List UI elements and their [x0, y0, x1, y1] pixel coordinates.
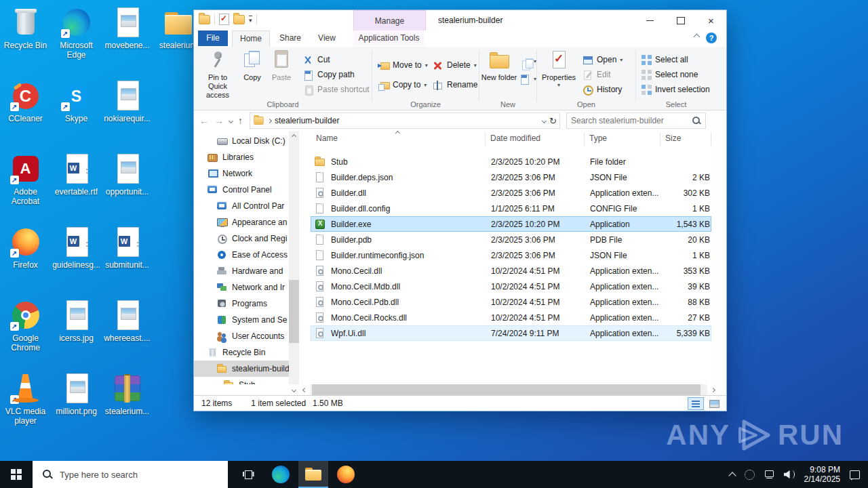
select-none-button[interactable]: Select none [642, 68, 698, 81]
file-row[interactable]: Mono.Cecil.Pdb.dll 10/2/2024 4:51 PM App… [311, 294, 711, 310]
file-row[interactable]: Builder.dll.config 1/1/2025 6:11 PM CONF… [311, 201, 711, 216]
tab-share[interactable]: Share [273, 30, 308, 46]
paste-shortcut-button[interactable]: Paste shortcut [302, 83, 370, 96]
minimize-button[interactable] [635, 10, 665, 30]
history-button[interactable]: History [582, 83, 622, 96]
scrollbar-thumb[interactable] [312, 384, 701, 395]
nav-item[interactable]: Local Disk (C:) [194, 133, 289, 149]
horizontal-scrollbar[interactable] [194, 384, 726, 395]
new-item-button[interactable]: ▾ [519, 55, 536, 67]
taskbar-clock[interactable]: 9:08 PM 2/14/2025 [804, 465, 840, 484]
column-header-size[interactable]: Size [665, 134, 681, 143]
tray-recording-icon[interactable] [745, 470, 755, 480]
move-to-button[interactable]: Move to▾ [378, 59, 428, 71]
cut-button[interactable]: Cut [302, 54, 330, 66]
action-center-icon[interactable] [850, 470, 860, 479]
tab-application-tools[interactable]: Application Tools [353, 30, 425, 46]
qat-folder-icon[interactable] [199, 15, 210, 24]
desktop-icon[interactable]: ↗ stealerium... [102, 370, 153, 443]
nav-item[interactable]: Programs [194, 296, 289, 312]
maximize-button[interactable] [665, 10, 696, 30]
desktop-icon[interactable]: ↗ Adobe Acrobat [0, 150, 51, 224]
copy-to-button[interactable]: Copy to▾ [378, 79, 427, 91]
start-button[interactable] [0, 461, 33, 488]
file-row[interactable]: Builder.pdb 2/3/2025 3:06 PM PDB File 20… [311, 232, 711, 247]
collapse-ribbon-icon[interactable] [694, 34, 701, 41]
taskbar-search[interactable]: Type here to search [33, 461, 228, 488]
copy-path-button[interactable]: Copy path [302, 68, 355, 81]
tab-home[interactable]: Home [232, 30, 270, 47]
taskbar-explorer-button[interactable] [298, 461, 328, 488]
search-box[interactable]: Search stealerium-builder [566, 113, 706, 129]
network-icon[interactable] [764, 470, 774, 479]
invert-selection-button[interactable]: Invert selection [642, 83, 710, 96]
column-header-type[interactable]: Type [589, 134, 607, 143]
file-row[interactable]: Wpf.Ui.dll 7/24/2024 9:11 PM Application… [311, 325, 711, 341]
desktop-icon[interactable]: ↗ evertable.rtf [51, 150, 102, 224]
desktop-icon[interactable]: ↗ opportunit... [102, 150, 153, 224]
delete-button[interactable]: Delete▾ [432, 59, 477, 71]
nav-item[interactable]: Appearance an [194, 214, 289, 230]
nav-item[interactable]: Network and Ir [194, 279, 289, 296]
open-button[interactable]: Open▾ [582, 54, 623, 66]
close-button[interactable]: × [696, 10, 726, 30]
paste-button[interactable]: Paste [267, 49, 296, 99]
nav-item[interactable]: Network [194, 165, 289, 182]
file-row[interactable]: Stub 2/3/2025 10:20 PM File folder [311, 154, 711, 169]
nav-scroll-down-icon[interactable] [288, 384, 299, 395]
copy-button[interactable]: Copy [239, 49, 266, 99]
desktop-icon[interactable]: ↗ submitunit... [102, 224, 153, 297]
desktop-icon[interactable]: ↗ Recycle Bin [0, 4, 51, 77]
file-row[interactable]: Builder.runtimeconfig.json 2/3/2025 3:06… [311, 247, 711, 263]
rename-button[interactable]: Rename [432, 79, 477, 91]
scroll-left-icon[interactable] [299, 384, 310, 395]
details-view-button[interactable] [688, 397, 704, 410]
qat-customize-caret[interactable]: ▾ [249, 16, 252, 24]
thumbnail-view-button[interactable] [706, 397, 722, 410]
properties-button[interactable]: Properties▾ [540, 49, 578, 99]
taskbar-edge-button[interactable] [266, 461, 296, 488]
help-icon[interactable]: ? [706, 33, 717, 43]
task-view-button[interactable] [233, 461, 263, 488]
desktop-icon[interactable]: ↗ guidelinesg... [51, 224, 102, 297]
desktop-icon[interactable]: ↗ Microsoft Edge [51, 4, 102, 77]
title-bar[interactable]: ▾ Manage stealerium-builder × [194, 10, 726, 30]
desktop-icon[interactable]: ↗ VLC media player [0, 370, 51, 443]
desktop-icon[interactable]: ↗ Skype [51, 77, 102, 150]
desktop-icon[interactable]: ↗ Google Chrome [0, 297, 51, 370]
select-all-button[interactable]: Select all [642, 54, 688, 66]
refresh-icon[interactable]: ↻ [549, 116, 557, 126]
nav-item[interactable]: Stub [194, 377, 289, 384]
pin-to-quick-access-button[interactable]: Pin to Quick access [198, 49, 237, 99]
scrollbar-track[interactable] [310, 384, 707, 395]
column-header-date[interactable]: Date modified [490, 134, 540, 143]
nav-item[interactable]: Hardware and [194, 263, 289, 279]
nav-item[interactable]: Ease of Access [194, 247, 289, 263]
file-row[interactable]: Mono.Cecil.Rocks.dll 10/2/2024 4:51 PM A… [311, 310, 711, 325]
file-row[interactable]: Mono.Cecil.dll 10/2/2024 4:51 PM Applica… [311, 263, 711, 279]
new-folder-button[interactable]: New folder [481, 49, 517, 99]
desktop-icon[interactable]: ↗ icerss.jpg [51, 297, 102, 370]
hidden-icons-chevron[interactable] [728, 472, 736, 479]
desktop-icon[interactable]: ↗ milliont.png [51, 370, 102, 443]
nav-item[interactable]: stealerium-build [194, 361, 289, 377]
desktop-icon[interactable]: ↗ movebene... [102, 4, 153, 77]
file-row[interactable]: Builder.dll 2/3/2025 3:06 PM Application… [311, 185, 711, 201]
manage-context-tab[interactable]: Manage [353, 10, 426, 32]
column-header-name[interactable]: Name [316, 134, 338, 143]
forward-button[interactable]: → [214, 115, 224, 126]
nav-item[interactable]: Control Panel [194, 182, 289, 198]
file-row[interactable]: Builder.exe 2/3/2025 10:20 PM Applicatio… [311, 216, 711, 232]
nav-scrollbar-thumb[interactable] [289, 280, 299, 343]
back-button[interactable]: ← [199, 115, 209, 126]
desktop-icon[interactable]: ↗ Firefox [0, 224, 51, 297]
qat-newfolder-icon[interactable] [233, 15, 245, 24]
volume-icon[interactable] [784, 470, 795, 479]
breadcrumb[interactable]: stealerium-builder ↻ [250, 113, 560, 129]
taskbar-firefox-button[interactable] [331, 461, 361, 488]
nav-item[interactable]: Libraries [194, 149, 289, 165]
file-row[interactable]: Mono.Cecil.Mdb.dll 10/2/2024 4:51 PM App… [311, 279, 711, 294]
nav-scrollbar[interactable] [289, 131, 299, 384]
edit-button[interactable]: Edit [582, 68, 611, 81]
nav-item[interactable]: Recycle Bin [194, 344, 289, 361]
